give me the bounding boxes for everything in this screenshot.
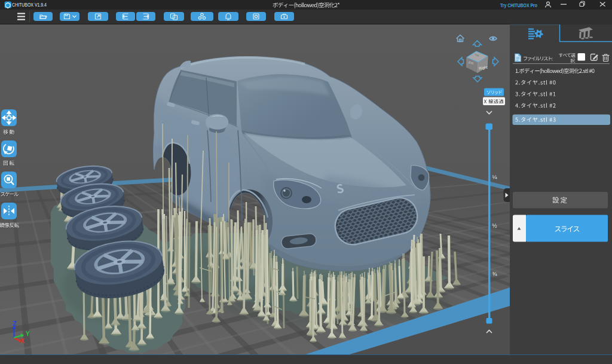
svg-text:¾: ¾ [492, 270, 498, 277]
svg-text:Try CHITUBOX Pro: Try CHITUBOX Pro [500, 2, 537, 8]
svg-text:CHITUBOX V1.9.4: CHITUBOX V1.9.4 [12, 2, 47, 8]
svg-text:Z: Z [13, 320, 17, 327]
svg-text:½: ½ [492, 222, 497, 229]
svg-text:Y: Y [26, 331, 30, 337]
svg-text:X: X [20, 338, 25, 344]
svg-text:¼: ¼ [492, 173, 498, 180]
